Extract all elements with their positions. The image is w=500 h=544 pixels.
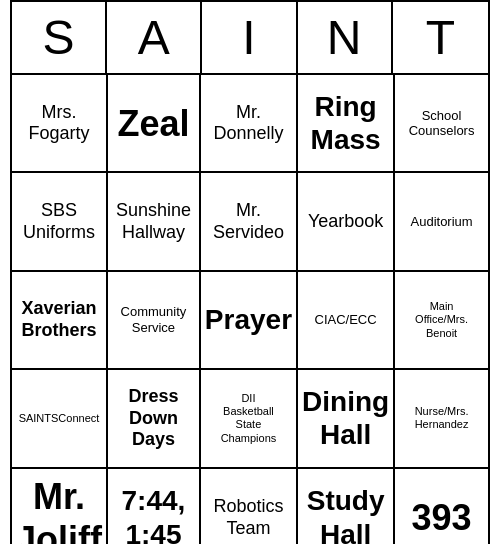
cell-r1-c2: Mr. Servideo	[201, 173, 298, 271]
cell-r1-c0: SBS Uniforms	[12, 173, 108, 271]
cell-content: 7:44, 1:45	[122, 484, 186, 544]
cell-content: Mr. Joliff	[16, 475, 102, 545]
cell-content: Auditorium	[411, 214, 473, 230]
cell-r4-c4: 393	[395, 469, 488, 545]
cell-content: Xaverian Brothers	[21, 298, 96, 341]
cell-content: Prayer	[205, 303, 292, 337]
cell-content: Mrs. Fogarty	[28, 102, 89, 145]
header-letter: T	[393, 2, 488, 73]
cell-content: SAINTSConnect	[19, 412, 100, 425]
cell-content: Yearbook	[308, 211, 383, 233]
cell-r0-c0: Mrs. Fogarty	[12, 75, 108, 173]
cell-content: Study Hall	[307, 484, 385, 544]
cell-r0-c2: Mr. Donnelly	[201, 75, 298, 173]
cell-r1-c4: Auditorium	[395, 173, 488, 271]
cell-r0-c4: School Counselors	[395, 75, 488, 173]
cell-content: Ring Mass	[311, 90, 381, 157]
cell-content: Zeal	[117, 102, 189, 145]
cell-r1-c3: Yearbook	[298, 173, 395, 271]
bingo-grid: Mrs. FogartyZealMr. DonnellyRing MassSch…	[12, 75, 488, 544]
cell-content: Nurse/Mrs. Hernandez	[415, 405, 469, 431]
cell-content: Community Service	[121, 304, 187, 335]
bingo-header: SAINT	[12, 2, 488, 75]
cell-r4-c1: 7:44, 1:45	[108, 469, 201, 545]
cell-r3-c1: Dress Down Days	[108, 370, 201, 468]
header-letter: N	[298, 2, 393, 73]
cell-r2-c0: Xaverian Brothers	[12, 272, 108, 370]
cell-content: DII Basketball State Champions	[221, 392, 277, 445]
header-letter: A	[107, 2, 202, 73]
cell-content: Dining Hall	[302, 385, 389, 452]
cell-content: Main Office/Mrs. Benoit	[415, 300, 468, 340]
bingo-card: SAINT Mrs. FogartyZealMr. DonnellyRing M…	[10, 0, 490, 544]
cell-content: SBS Uniforms	[23, 200, 95, 243]
cell-r3-c3: Dining Hall	[298, 370, 395, 468]
cell-r4-c2: Robotics Team	[201, 469, 298, 545]
cell-r4-c0: Mr. Joliff	[12, 469, 108, 545]
cell-r3-c2: DII Basketball State Champions	[201, 370, 298, 468]
cell-content: Mr. Servideo	[213, 200, 284, 243]
cell-r0-c3: Ring Mass	[298, 75, 395, 173]
cell-content: Robotics Team	[213, 496, 283, 539]
cell-r2-c1: Community Service	[108, 272, 201, 370]
cell-r3-c4: Nurse/Mrs. Hernandez	[395, 370, 488, 468]
cell-r0-c1: Zeal	[108, 75, 201, 173]
cell-r2-c2: Prayer	[201, 272, 298, 370]
cell-r2-c4: Main Office/Mrs. Benoit	[395, 272, 488, 370]
cell-content: Mr. Donnelly	[213, 102, 283, 145]
cell-r2-c3: CIAC/ECC	[298, 272, 395, 370]
cell-content: 393	[412, 496, 472, 539]
cell-content: CIAC/ECC	[315, 312, 377, 328]
cell-content: School Counselors	[409, 108, 475, 139]
cell-r1-c1: Sunshine Hallway	[108, 173, 201, 271]
header-letter: I	[202, 2, 297, 73]
cell-r4-c3: Study Hall	[298, 469, 395, 545]
header-letter: S	[12, 2, 107, 73]
cell-content: Sunshine Hallway	[116, 200, 191, 243]
cell-r3-c0: SAINTSConnect	[12, 370, 108, 468]
cell-content: Dress Down Days	[128, 386, 178, 451]
